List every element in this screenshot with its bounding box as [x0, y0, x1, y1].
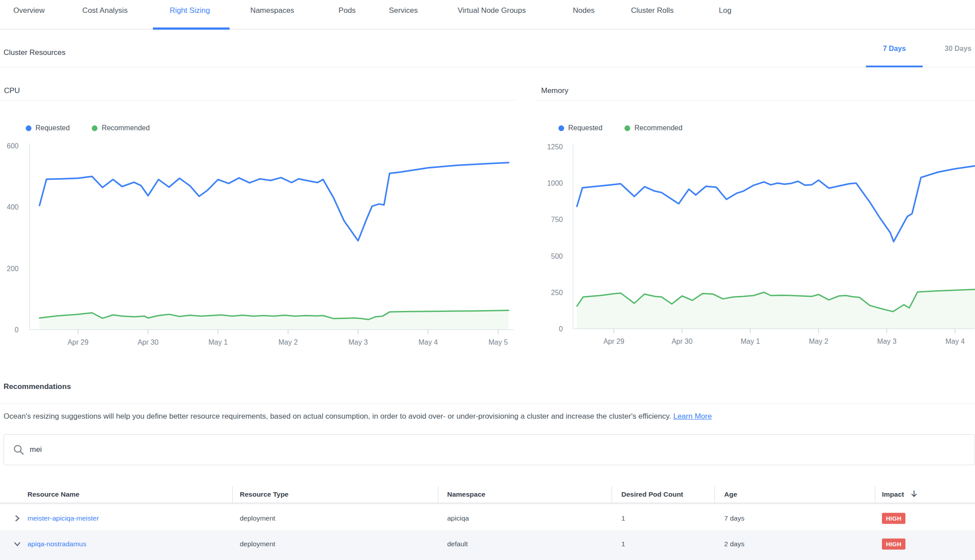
cpu-line-chart[interactable]: 0200400600Apr 29Apr 30May 1May 2May 3May… [0, 140, 516, 348]
memory-chart-title: Memory [541, 86, 975, 95]
column-separator [714, 486, 715, 503]
column-header-impact[interactable]: Impact [882, 485, 918, 504]
svg-text:May 2: May 2 [278, 338, 298, 346]
column-header-resource-name[interactable]: Resource Name [27, 485, 79, 504]
age-cell: 2 days [724, 540, 745, 548]
table-row-expanded[interactable]: apiqa-nostradamus deployment default 1 2… [0, 532, 975, 560]
recommendations-header: Recommendations [0, 377, 975, 404]
svg-text:Apr 29: Apr 29 [603, 338, 624, 345]
top-tab-bar: Overview Cost Analysis Right Sizing Name… [0, 0, 975, 30]
age-cell: 7 days [724, 514, 745, 522]
recommendations-table-header: Resource Name Resource Type Namespace De… [0, 485, 975, 504]
tab-nodes[interactable]: Nodes [573, 6, 595, 30]
column-separator [612, 486, 612, 503]
svg-text:0: 0 [559, 325, 563, 333]
range-tab-7-days[interactable]: 7 Days [866, 30, 923, 67]
legend-dot-blue [26, 125, 31, 131]
svg-text:May 3: May 3 [348, 338, 368, 346]
column-header-resource-type[interactable]: Resource Type [240, 485, 289, 504]
namespace-cell: apiciqa [447, 514, 469, 522]
svg-text:250: 250 [551, 289, 563, 296]
desired-pod-count-cell: 1 [621, 514, 625, 522]
search-input[interactable] [30, 445, 872, 454]
svg-text:May 5: May 5 [488, 338, 508, 346]
resource-type-cell: deployment [240, 540, 275, 548]
time-range-toggle: 7 Days 30 Days [866, 30, 971, 67]
desired-pod-count-cell: 1 [621, 540, 625, 548]
memory-line-chart[interactable]: 025050075010001250Apr 29Apr 30May 1May 2… [537, 140, 975, 348]
memory-panel-divider [537, 100, 975, 101]
svg-text:750: 750 [551, 216, 563, 223]
cpu-legend-requested[interactable]: Requested [26, 124, 70, 132]
svg-text:Apr 29: Apr 29 [67, 338, 88, 346]
legend-dot-blue [558, 125, 564, 131]
cpu-legend-recommended[interactable]: Recommended [92, 124, 150, 132]
column-header-age[interactable]: Age [724, 485, 737, 504]
tab-namespaces[interactable]: Namespaces [250, 6, 294, 30]
svg-text:May 1: May 1 [208, 338, 228, 346]
svg-text:400: 400 [7, 203, 19, 211]
chevron-down-icon[interactable] [13, 540, 21, 548]
column-header-desired-pod-count[interactable]: Desired Pod Count [621, 485, 683, 504]
memory-chart-panel: Memory Requested Recommended 02505007501… [537, 71, 975, 348]
tab-overview[interactable]: Overview [13, 6, 45, 30]
svg-text:200: 200 [7, 265, 19, 272]
svg-text:May 3: May 3 [877, 338, 897, 345]
cpu-legend: Requested Recommended [26, 124, 516, 132]
impact-badge-high: HIGH [882, 513, 905, 524]
tab-cluster-rolls[interactable]: Cluster Rolls [631, 6, 674, 30]
cpu-chart-title: CPU [4, 86, 516, 95]
tab-pods[interactable]: Pods [339, 6, 356, 30]
impact-badge-high: HIGH [882, 539, 905, 550]
svg-text:Apr 30: Apr 30 [137, 338, 158, 346]
resource-name-link[interactable]: meister-apiciqa-meister [27, 514, 99, 522]
svg-text:500: 500 [551, 253, 563, 260]
search-icon [13, 444, 24, 455]
sort-descending-icon[interactable] [910, 490, 918, 498]
svg-text:May 2: May 2 [809, 338, 828, 345]
legend-dot-green [92, 125, 98, 131]
cluster-resources-title: Cluster Resources [4, 48, 66, 57]
svg-text:May 4: May 4 [418, 338, 438, 346]
column-header-namespace[interactable]: Namespace [447, 485, 485, 504]
recommendations-description-text: Ocean's resizing suggestions will help y… [4, 412, 671, 420]
legend-label: Requested [568, 124, 602, 132]
legend-dot-green [624, 125, 630, 131]
memory-legend-recommended[interactable]: Recommended [624, 124, 682, 132]
cpu-chart-panel: CPU Requested Recommended 0200400600Apr … [0, 71, 516, 348]
chevron-right-icon[interactable] [13, 514, 21, 522]
svg-text:600: 600 [7, 142, 19, 150]
recommendations-title: Recommendations [4, 382, 71, 391]
namespace-cell: default [447, 540, 468, 548]
memory-legend: Requested Recommended [558, 124, 975, 132]
cpu-panel-divider [0, 100, 516, 101]
tab-virtual-node-groups[interactable]: Virtual Node Groups [458, 6, 526, 30]
learn-more-link[interactable]: Learn More [673, 412, 712, 420]
column-separator [875, 486, 875, 503]
legend-label: Requested [35, 124, 70, 132]
column-separator [438, 486, 438, 503]
svg-text:0: 0 [15, 326, 19, 334]
impact-header-label: Impact [882, 490, 904, 498]
recommendations-description: Ocean's resizing suggestions will help y… [4, 412, 970, 421]
cluster-resources-header: Cluster Resources 7 Days 30 Days [0, 30, 975, 67]
tab-services[interactable]: Services [389, 6, 418, 30]
resource-search-box[interactable] [4, 434, 975, 465]
legend-label: Recommended [634, 124, 682, 132]
table-row[interactable]: meister-apiciqa-meister deployment apici… [0, 506, 975, 531]
svg-text:1250: 1250 [547, 143, 563, 151]
tab-log[interactable]: Log [719, 6, 731, 30]
memory-legend-requested[interactable]: Requested [558, 124, 602, 132]
svg-text:Apr 30: Apr 30 [671, 338, 692, 345]
column-separator [232, 486, 233, 503]
resource-type-cell: deployment [240, 514, 275, 522]
svg-text:May 1: May 1 [741, 338, 760, 345]
tab-cost-analysis[interactable]: Cost Analysis [82, 6, 128, 30]
tab-right-sizing[interactable]: Right Sizing [170, 6, 210, 30]
svg-text:1000: 1000 [547, 179, 563, 187]
range-tab-30-days[interactable]: 30 Days [923, 30, 971, 67]
legend-label: Recommended [101, 124, 150, 132]
svg-text:May 4: May 4 [945, 338, 965, 345]
resource-name-link[interactable]: apiqa-nostradamus [27, 540, 86, 548]
